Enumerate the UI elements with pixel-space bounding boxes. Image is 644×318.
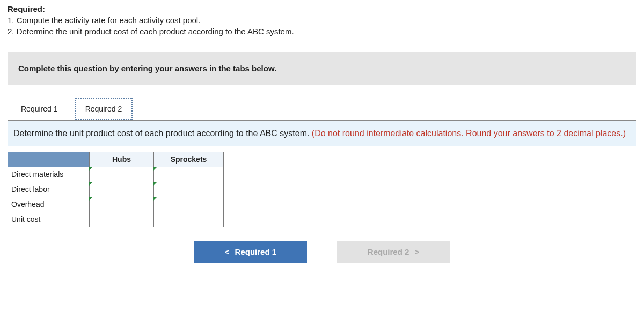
instruction-hint: (Do not round intermediate calculations.… <box>312 129 626 138</box>
required-item-2: 2. Determine the unit product cost of ea… <box>8 26 636 37</box>
col-header-hubs: Hubs <box>90 152 154 167</box>
edit-marker-icon <box>153 197 157 201</box>
table-row: Direct materials <box>8 167 224 182</box>
table-corner <box>8 152 90 167</box>
instruction-main: Determine the unit product cost of each … <box>13 129 312 138</box>
edit-marker-icon <box>89 167 93 171</box>
prev-button-label: Required 1 <box>235 247 277 256</box>
table-row: Unit cost <box>8 212 224 227</box>
chevron-right-icon: > <box>414 247 419 256</box>
complete-banner: Complete this question by entering your … <box>8 52 636 85</box>
nav-row: < Required 1 Required 2 > <box>8 241 636 263</box>
table-row: Direct labor <box>8 182 224 197</box>
edit-marker-icon <box>89 197 93 201</box>
col-header-sprockets: Sprockets <box>154 152 224 167</box>
row-label-overhead: Overhead <box>8 197 90 212</box>
chevron-left-icon: < <box>225 247 230 256</box>
row-label-direct-materials: Direct materials <box>8 167 90 182</box>
tab-required-2[interactable]: Required 2 <box>75 98 133 120</box>
input-dl-sprockets[interactable] <box>154 182 224 197</box>
row-label-unit-cost: Unit cost <box>8 212 90 227</box>
required-heading: Required: <box>8 4 636 13</box>
required-item-1: 1. Compute the activity rate for each ac… <box>8 14 636 26</box>
tab-required-1[interactable]: Required 1 <box>11 98 68 120</box>
table-row: Overhead <box>8 197 224 212</box>
tab-underline <box>8 120 636 121</box>
input-dm-hubs[interactable] <box>90 167 154 182</box>
edit-marker-icon <box>89 182 93 186</box>
input-dl-hubs[interactable] <box>90 182 154 197</box>
tabs-row: Required 1 Required 2 <box>8 94 636 120</box>
input-oh-hubs[interactable] <box>90 197 154 212</box>
input-uc-sprockets[interactable] <box>154 212 224 227</box>
prev-button[interactable]: < Required 1 <box>194 241 307 263</box>
row-label-direct-labor: Direct labor <box>8 182 90 197</box>
edit-marker-icon <box>153 182 157 186</box>
edit-marker-icon <box>153 167 157 171</box>
input-oh-sprockets[interactable] <box>154 197 224 212</box>
required-list: 1. Compute the activity rate for each ac… <box>8 14 636 37</box>
input-uc-hubs[interactable] <box>90 212 154 227</box>
input-dm-sprockets[interactable] <box>154 167 224 182</box>
next-button-label: Required 2 <box>368 247 409 256</box>
instruction-bar: Determine the unit product cost of each … <box>8 121 636 146</box>
next-button: Required 2 > <box>337 241 450 263</box>
unit-cost-table: Hubs Sprockets Direct materials Direct l… <box>8 152 224 227</box>
